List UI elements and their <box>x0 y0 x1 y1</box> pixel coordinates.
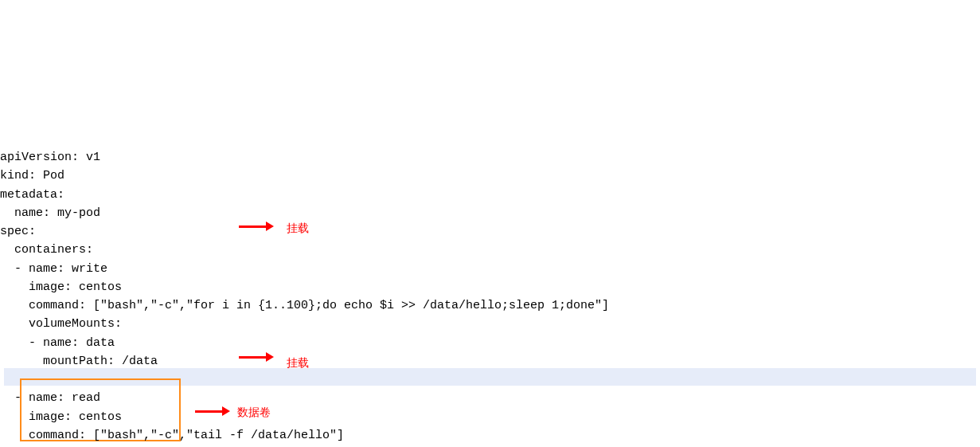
code-line: volumeMounts: <box>0 317 122 331</box>
code-line: - name: read <box>0 391 100 405</box>
code-line: image: centos <box>0 410 122 424</box>
code-line: image: centos <box>0 280 122 294</box>
page-root: apiVersion: v1 kind: Pod metadata: name:… <box>0 0 980 447</box>
code-line: command: ["bash","-c","for i in {1..100}… <box>0 299 609 312</box>
code-line: apiVersion: v1 <box>0 151 100 164</box>
code-line-part-b: th: /data <box>93 355 158 368</box>
code-line: spec: <box>0 225 36 238</box>
code-line: kind: Pod <box>0 169 64 182</box>
code-line: - name: write <box>0 262 107 276</box>
code-line: command: ["bash","-c","tail -f /data/hel… <box>0 429 344 442</box>
code-line: containers: <box>0 243 93 257</box>
code-line: - name: data <box>0 336 115 350</box>
code-line-part-a: mountPa <box>0 355 93 368</box>
code-line: metadata: <box>0 188 64 202</box>
code-line: name: my-pod <box>0 206 100 220</box>
code-block: apiVersion: v1 kind: Pod metadata: name:… <box>0 130 980 447</box>
